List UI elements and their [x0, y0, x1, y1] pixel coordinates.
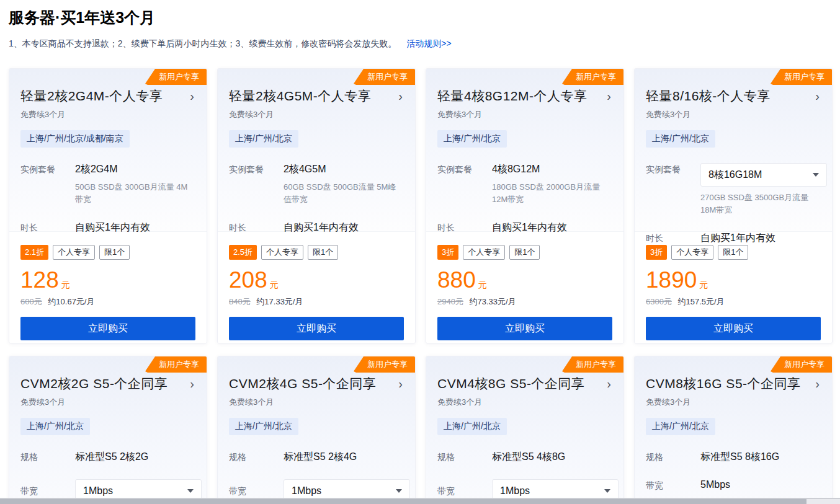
card-grid: 新用户专享 轻量2核2G4M-个人专享 › 免费续3个月 上海/广州/北京/成都…: [0, 50, 840, 504]
monthly-price: 约73.33元/月: [470, 297, 516, 306]
spec-main: 2核2G4M50GB SSD盘 300GB月流量 4M带宽: [75, 163, 195, 206]
card-info-section: 新用户专享 轻量4核8G12M-个人专享 › 免费续3个月 上海/广州/北京 实…: [426, 69, 623, 231]
spec-main: 标准型S5 2核4G: [284, 451, 404, 464]
chevron-right-icon: ›: [815, 89, 821, 104]
card-title-link[interactable]: CVM2核2G S5-个企同享 ›: [20, 375, 195, 392]
limit-tag: 个人专享: [671, 245, 713, 260]
limit-tag: 限1个: [308, 245, 338, 260]
spec-label: 实例套餐: [20, 163, 75, 206]
old-price-row: 840元 约17.33元/月: [229, 296, 404, 307]
card-title: CVM2核4G S5-个企同享: [229, 375, 376, 392]
spec-value: 标准型S5 2核4G: [284, 451, 404, 464]
select-value: 8核16G18M: [708, 169, 762, 182]
spec-main: 自购买1年内有效: [284, 221, 404, 234]
new-user-badge: 新用户专享: [145, 69, 207, 85]
scrollbar-thumb[interactable]: [0, 499, 806, 504]
buy-now-button[interactable]: 立即购买: [20, 317, 195, 340]
spec-label: 带宽: [437, 485, 492, 497]
spec-label: 带宽: [20, 485, 75, 497]
card-title: 轻量2核4G5M-个人专享: [229, 87, 371, 105]
product-card: 新用户专享 CVM2核4G S5-个企同享 › 免费续3个月 上海/广州/北京 …: [217, 356, 416, 504]
card-title: 轻量4核8G12M-个人专享: [437, 87, 588, 105]
instance-plan-select[interactable]: 8核16G18M: [700, 163, 827, 187]
spec-row: 实例套餐 2核4G5M60GB SSD盘 500GB流量 5M峰值带宽: [229, 163, 404, 206]
card-title-link[interactable]: 轻量8/16核-个人专享 ›: [646, 87, 821, 105]
spec-value: 标准型S5 8核16G: [700, 451, 821, 464]
spec-row: 规格 标准型S5 8核16G: [646, 451, 821, 464]
product-card: 新用户专享 CVM2核2G S5-个企同享 › 免费续3个月 上海/广州/北京 …: [9, 356, 207, 504]
spec-row: 规格 标准型S5 2核4G: [229, 451, 404, 464]
spec-label: 带宽: [229, 485, 284, 497]
spec-row: 规格 标准型S5 2核2G: [20, 451, 195, 464]
card-subtitle: 免费续3个月: [20, 397, 195, 408]
limit-tag: 个人专享: [463, 245, 505, 260]
badge-text: 新用户专享: [576, 72, 616, 81]
spec-value: 4核8G12M: [492, 163, 612, 176]
card-info-section: 新用户专享 轻量8/16核-个人专享 › 免费续3个月 上海/广州/北京 实例套…: [635, 69, 832, 231]
spec-value: 自购买1年内有效: [75, 221, 195, 234]
discount-badge: 3折: [437, 245, 458, 260]
limit-tag: 个人专享: [53, 245, 95, 260]
card-pricing-section: 2.5折 个人专享限1个 208元 840元 约17.33元/月 立即购买: [218, 231, 415, 343]
region-row: 上海/广州/北京: [646, 130, 821, 148]
spec-label: 规格: [646, 451, 700, 464]
region-tag: 上海/广州/北京: [229, 130, 298, 148]
limit-tag: 限1个: [509, 245, 540, 260]
region-tag: 上海/广州/北京: [437, 130, 507, 148]
card-info-section: 新用户专享 CVM8核16G S5-个企同享 › 免费续3个月 上海/广州/北京…: [635, 356, 832, 504]
region-tag: 上海/广州/北京: [20, 418, 90, 435]
select-value: 1Mbps: [500, 485, 530, 497]
chevron-right-icon: ›: [815, 377, 821, 391]
region-tag: 上海/广州/北京: [646, 418, 715, 435]
product-card: 新用户专享 轻量4核8G12M-个人专享 › 免费续3个月 上海/广州/北京 实…: [426, 68, 624, 343]
card-pricing-section: 2.1折 个人专享限1个 128元 600元 约10.67元/月 立即购买: [9, 231, 207, 343]
tag-row: 2.5折 个人专享限1个: [229, 245, 404, 260]
page-title: 服务器·买1年送3个月: [0, 0, 840, 28]
card-title-link[interactable]: CVM2核4G S5-个企同享 ›: [229, 375, 404, 392]
spec-row: 带宽 5Mbps: [646, 479, 821, 492]
spec-description: 180GB SSD盘 2000GB月流量 12M带宽: [492, 181, 612, 206]
card-title-link[interactable]: CVM4核8G S5-个企同享 ›: [437, 375, 612, 392]
spec-description: 270GB SSD盘 3500GB月流量 18M带宽: [700, 192, 821, 216]
buy-now-button[interactable]: 立即购买: [646, 317, 821, 340]
card-title-link[interactable]: 轻量4核8G12M-个人专享 ›: [437, 87, 612, 105]
spec-row: 实例套餐 2核2G4M50GB SSD盘 300GB月流量 4M带宽: [20, 163, 195, 206]
horizontal-scrollbar[interactable]: [0, 498, 840, 504]
caret-down-icon: [604, 489, 610, 493]
spec-label: 实例套餐: [646, 163, 700, 216]
card-info-section: 新用户专享 CVM2核4G S5-个企同享 › 免费续3个月 上海/广州/北京 …: [218, 356, 415, 504]
spec-value: 2核4G5M: [284, 163, 404, 176]
notice: 1、本专区商品不支持退款；2、续费下单后两小时内生效；3、续费生效前，修改密码将…: [9, 38, 840, 50]
limit-tag: 限1个: [718, 245, 748, 260]
spec-main: 标准型S5 4核8G: [492, 451, 612, 464]
card-title-link[interactable]: 轻量2核2G4M-个人专享 ›: [20, 87, 195, 105]
spec-value: 自购买1年内有效: [492, 221, 612, 234]
card-title-link[interactable]: 轻量2核4G5M-个人专享 ›: [229, 87, 404, 105]
region-row: 上海/广州/北京: [646, 418, 821, 435]
select-value: 1Mbps: [83, 485, 113, 497]
original-price: 6300元: [646, 297, 672, 306]
chevron-right-icon: ›: [607, 377, 612, 391]
spec-value: 自购买1年内有效: [284, 221, 404, 234]
activity-rules-link[interactable]: 活动规则>>: [406, 38, 451, 48]
spec-label: 时长: [20, 221, 75, 234]
new-user-badge: 新用户专享: [354, 69, 415, 85]
discount-badge: 2.5折: [229, 245, 257, 260]
spec-main: 自购买1年内有效: [75, 221, 195, 234]
card-title-link[interactable]: CVM8核16G S5-个企同享 ›: [646, 375, 821, 392]
region-tag: 上海/广州/北京: [646, 130, 715, 148]
product-card: 新用户专享 轻量2核4G5M-个人专享 › 免费续3个月 上海/广州/北京 实例…: [217, 68, 416, 343]
chevron-right-icon: ›: [190, 89, 195, 104]
card-info-section: 新用户专享 CVM2核2G S5-个企同享 › 免费续3个月 上海/广州/北京 …: [9, 356, 207, 504]
region-row: 上海/广州/北京/成都/南京: [20, 130, 195, 148]
price-row: 208元: [229, 268, 404, 291]
card-subtitle: 免费续3个月: [646, 109, 821, 120]
card-pricing-section: 3折 个人专享限1个 880元 2940元 约73.33元/月 立即购买: [426, 231, 623, 343]
spec-label: 规格: [229, 451, 284, 464]
buy-now-button[interactable]: 立即购买: [437, 317, 612, 340]
region-row: 上海/广州/北京: [20, 418, 195, 435]
card-info-section: 新用户专享 CVM4核8G S5-个企同享 › 免费续3个月 上海/广州/北京 …: [426, 356, 623, 504]
monthly-price: 约157.5元/月: [678, 297, 725, 306]
buy-now-button[interactable]: 立即购买: [229, 317, 404, 340]
region-tag: 上海/广州/北京: [229, 418, 298, 435]
